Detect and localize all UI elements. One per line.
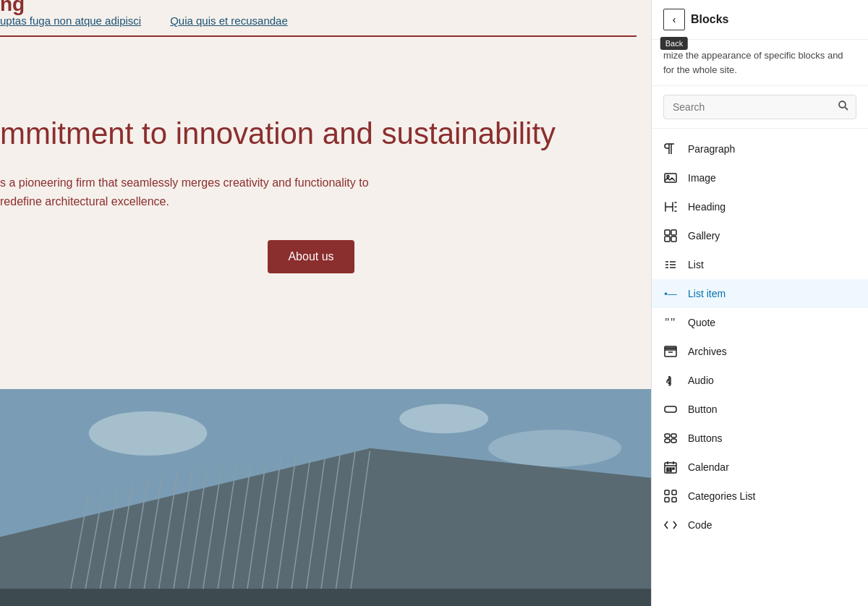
svg-rect-57 bbox=[673, 468, 674, 469]
panel-header: ‹ Back Blocks bbox=[652, 0, 868, 40]
svg-rect-46 bbox=[665, 406, 676, 412]
paragraph-label: Paragraph bbox=[688, 143, 735, 155]
panel-title: Blocks bbox=[691, 13, 728, 26]
audio-icon bbox=[663, 373, 678, 388]
building-image bbox=[0, 389, 651, 606]
list-icon bbox=[663, 257, 678, 272]
svg-rect-50 bbox=[671, 439, 676, 443]
block-item-image[interactable]: Image bbox=[652, 163, 868, 192]
image-label: Image bbox=[688, 172, 716, 184]
svg-point-1 bbox=[89, 411, 208, 456]
code-icon bbox=[663, 518, 678, 532]
list-item-icon: •— bbox=[663, 286, 678, 301]
list-label: List bbox=[688, 259, 704, 270]
quote-label: Quote bbox=[688, 317, 715, 328]
svg-rect-55 bbox=[667, 468, 668, 469]
block-item-button[interactable]: Button bbox=[652, 395, 868, 424]
block-item-archives[interactable]: Archives bbox=[652, 337, 868, 366]
calendar-label: Calendar bbox=[688, 461, 729, 473]
svg-rect-63 bbox=[672, 498, 676, 502]
svg-rect-48 bbox=[671, 434, 676, 438]
svg-text:": " bbox=[665, 316, 670, 328]
hero-subtext: s a pioneering firm that seamlessly merg… bbox=[0, 174, 376, 210]
buttons-icon bbox=[663, 431, 678, 445]
heading-icon bbox=[663, 200, 678, 214]
blocks-list: Paragraph Image Heading bbox=[652, 129, 868, 606]
svg-rect-34 bbox=[671, 236, 676, 242]
button-label: Button bbox=[688, 404, 717, 415]
svg-rect-49 bbox=[665, 439, 670, 443]
block-item-heading[interactable]: Heading bbox=[652, 192, 868, 221]
block-item-buttons[interactable]: Buttons bbox=[652, 424, 868, 453]
svg-rect-31 bbox=[665, 230, 670, 235]
search-input[interactable] bbox=[663, 95, 856, 119]
svg-point-30 bbox=[667, 176, 669, 178]
block-item-audio[interactable]: Audio bbox=[652, 366, 868, 395]
gallery-icon bbox=[663, 229, 678, 243]
nav-bar: uptas fuga non atque adipisci Quia quis … bbox=[0, 6, 637, 37]
svg-rect-59 bbox=[670, 470, 671, 471]
block-item-list[interactable]: List bbox=[652, 250, 868, 279]
audio-label: Audio bbox=[688, 375, 714, 386]
categories-list-label: Categories List bbox=[688, 490, 755, 502]
button-icon bbox=[663, 402, 678, 417]
heading-label: Heading bbox=[688, 201, 726, 213]
search-container bbox=[652, 86, 868, 129]
svg-text:": " bbox=[671, 316, 676, 328]
search-icon bbox=[838, 100, 849, 111]
categories-list-icon bbox=[663, 489, 678, 503]
nav-item-2[interactable]: Quia quis et recusandae bbox=[170, 14, 288, 27]
image-icon bbox=[663, 171, 678, 185]
block-item-calendar[interactable]: Calendar bbox=[652, 453, 868, 482]
paragraph-icon bbox=[663, 142, 678, 156]
about-us-button[interactable]: About us bbox=[268, 240, 354, 273]
svg-rect-60 bbox=[665, 490, 669, 495]
quote-icon: " " bbox=[663, 315, 678, 330]
left-panel: ng uptas fuga non atque adipisci Quia qu… bbox=[0, 0, 651, 606]
svg-line-27 bbox=[845, 107, 848, 110]
svg-rect-58 bbox=[667, 470, 668, 471]
archives-label: Archives bbox=[688, 346, 727, 357]
right-panel: ‹ Back Blocks mize the appearance of spe… bbox=[651, 0, 868, 606]
block-item-quote[interactable]: " " Quote bbox=[652, 308, 868, 337]
block-item-gallery[interactable]: Gallery bbox=[652, 221, 868, 250]
hero-section: mmitment to innovation and sustainabilit… bbox=[0, 72, 651, 302]
archives-icon bbox=[663, 344, 678, 359]
code-label: Code bbox=[688, 519, 712, 531]
gallery-label: Gallery bbox=[688, 230, 720, 242]
buttons-label: Buttons bbox=[688, 432, 722, 444]
back-tooltip: Back bbox=[660, 37, 688, 50]
page-title: ng bbox=[0, 0, 25, 16]
calendar-icon bbox=[663, 460, 678, 474]
svg-rect-56 bbox=[670, 468, 671, 469]
svg-point-2 bbox=[399, 404, 488, 433]
svg-point-26 bbox=[839, 101, 846, 108]
svg-rect-61 bbox=[672, 490, 676, 495]
nav-item-1[interactable]: uptas fuga non atque adipisci bbox=[0, 14, 141, 27]
hero-heading: mmitment to innovation and sustainabilit… bbox=[0, 116, 622, 152]
list-item-label: List item bbox=[688, 288, 726, 299]
block-item-code[interactable]: Code bbox=[652, 511, 868, 539]
svg-rect-62 bbox=[665, 498, 669, 502]
back-button[interactable]: ‹ Back bbox=[663, 9, 685, 30]
svg-rect-32 bbox=[671, 230, 676, 235]
block-item-list-item[interactable]: •— List item bbox=[652, 279, 868, 308]
svg-point-3 bbox=[488, 430, 621, 466]
back-arrow-icon: ‹ bbox=[673, 14, 676, 25]
svg-rect-47 bbox=[665, 434, 670, 438]
svg-rect-25 bbox=[0, 589, 651, 606]
block-item-paragraph[interactable]: Paragraph bbox=[652, 135, 868, 163]
svg-rect-33 bbox=[665, 236, 670, 242]
block-item-categories-list[interactable]: Categories List bbox=[652, 482, 868, 511]
search-icon-button[interactable] bbox=[838, 100, 849, 114]
